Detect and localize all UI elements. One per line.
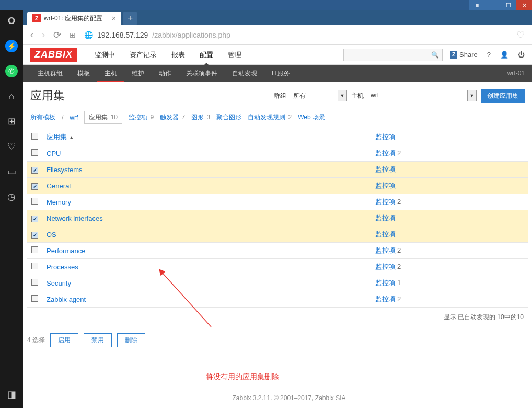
row-checkbox[interactable] [31, 279, 38, 286]
col-items[interactable]: 监控项 [375, 133, 396, 141]
disable-button[interactable]: 禁用 [84, 333, 112, 347]
search-input[interactable]: 🔍 [343, 49, 443, 61]
menu-inventory[interactable]: 资产记录 [122, 45, 164, 65]
row-checkbox[interactable] [31, 198, 38, 205]
subnav-maintenance[interactable]: 维护 [124, 65, 152, 82]
news-icon[interactable]: ▭ [5, 165, 18, 178]
table-row: ✓Filesystems监控项 [27, 162, 528, 178]
reload-button[interactable]: ⟳ [53, 29, 61, 41]
messenger-icon[interactable]: ⚡ [5, 40, 18, 52]
items-link[interactable]: 监控项 [375, 263, 396, 270]
application-link[interactable]: OS [47, 231, 56, 239]
footer-link[interactable]: Zabbix SIA [315, 394, 346, 402]
table-row: ✓Network interfaces监控项 [27, 210, 528, 226]
tab-applications[interactable]: 应用集 10 [84, 111, 122, 124]
items-link[interactable]: 监控项 [375, 214, 396, 222]
application-link[interactable]: General [47, 182, 71, 190]
subnav-actions[interactable]: 动作 [152, 65, 179, 82]
tab-web-scenarios[interactable]: Web 场景 [298, 113, 325, 122]
zabbix-main-menu: 监测中 资产记录 报表 配置 管理 [87, 45, 249, 65]
new-tab-button[interactable]: + [123, 12, 137, 25]
grid-icon[interactable]: ⊞ [5, 115, 18, 128]
subnav-itservices[interactable]: IT服务 [264, 65, 297, 82]
menu-configuration[interactable]: 配置 [192, 45, 221, 65]
tab-favicon: Z [32, 14, 41, 22]
items-link[interactable]: 监控项 [375, 165, 396, 173]
items-link[interactable]: 监控项 [375, 230, 396, 238]
application-link[interactable]: Performance [47, 247, 85, 255]
row-checkbox[interactable]: ✓ [31, 216, 38, 222]
tab-items[interactable]: 监控项 9 [129, 113, 154, 122]
host-select[interactable]: wrf▼ [368, 90, 477, 101]
group-select[interactable]: 所有▼ [291, 90, 347, 101]
tab-graphs[interactable]: 图形 3 [191, 113, 210, 122]
application-link[interactable]: Memory [47, 198, 71, 206]
application-link[interactable]: Security [47, 279, 71, 287]
subnav-correlation[interactable]: 关联项事件 [179, 65, 225, 82]
items-link[interactable]: 监控项 [375, 182, 396, 189]
col-application[interactable]: 应用集 [47, 133, 67, 141]
application-link[interactable]: Filesystems [47, 166, 83, 174]
bookmark-heart-icon[interactable]: ♡ [516, 29, 525, 41]
camera-icon[interactable]: ⌂ [5, 90, 18, 103]
browser-address-bar: ‹ › ⟳ ⊞ 🌐 192.168.57.129/zabbix/applicat… [23, 25, 532, 45]
tab-screens[interactable]: 聚合图形 [216, 113, 241, 122]
sidebar-toggle-icon[interactable]: ◨ [5, 388, 18, 401]
heart-icon[interactable]: ♡ [5, 140, 18, 153]
create-application-button[interactable]: 创建应用集 [481, 89, 525, 103]
items-link[interactable]: 监控项 [375, 149, 396, 157]
window-close-button[interactable]: ✕ [516, 0, 532, 10]
application-link[interactable]: CPU [47, 150, 61, 157]
subnav-templates[interactable]: 模板 [70, 65, 97, 82]
items-link[interactable]: 监控项 [375, 246, 396, 254]
tab-discovery-rules[interactable]: 自动发现规则 2 [248, 113, 292, 122]
application-link[interactable]: Processes [47, 263, 78, 271]
application-link[interactable]: Network interfaces [47, 214, 103, 222]
subnav-hostgroups[interactable]: 主机群组 [30, 65, 70, 82]
page-footer: Zabbix 3.2.11. © 2001–2017, Zabbix SIA [46, 394, 532, 402]
browser-tab[interactable]: Z wrf-01: 应用集的配置 × [27, 12, 121, 25]
row-checkbox[interactable] [31, 295, 38, 302]
subnav-hosts[interactable]: 主机 [97, 65, 124, 82]
zabbix-logo[interactable]: ZABBIX [30, 48, 77, 62]
delete-button[interactable]: 删除 [117, 333, 145, 347]
row-checkbox[interactable]: ✓ [31, 232, 38, 239]
forward-button[interactable]: › [42, 29, 45, 40]
row-checkbox[interactable]: ✓ [31, 183, 38, 190]
window-menu-button[interactable]: ≡ [469, 0, 485, 10]
speed-dial-icon[interactable]: ⊞ [70, 31, 76, 39]
table-row: Security监控项1 [27, 275, 528, 291]
power-icon[interactable]: ⏻ [518, 51, 525, 59]
enable-button[interactable]: 启用 [50, 333, 78, 347]
share-button[interactable]: ZShare [450, 51, 478, 59]
menu-reports[interactable]: 报表 [164, 45, 192, 65]
application-link[interactable]: Zabbix agent [47, 296, 86, 303]
opera-logo-icon[interactable]: O [5, 15, 18, 27]
tab-triggers[interactable]: 触发器 7 [160, 113, 185, 122]
help-icon[interactable]: ? [487, 51, 491, 59]
row-checkbox[interactable] [31, 246, 38, 253]
window-controls: ≡ — ☐ ✕ [469, 0, 532, 10]
whatsapp-icon[interactable]: ✆ [5, 65, 18, 77]
row-checkbox[interactable] [31, 263, 38, 269]
url-path: /zabbix/applications.php [152, 31, 230, 39]
row-checkbox[interactable]: ✓ [31, 167, 38, 174]
zabbix-top-nav: ZABBIX 监测中 资产记录 报表 配置 管理 🔍 ZShare ? 👤 ⏻ [23, 45, 532, 65]
crumb-host[interactable]: wrf [70, 114, 78, 121]
tab-close-icon[interactable]: × [112, 14, 116, 22]
window-maximize-button[interactable]: ☐ [501, 0, 516, 10]
clock-icon[interactable]: ◷ [5, 190, 18, 203]
select-all-checkbox[interactable] [31, 133, 38, 140]
menu-monitoring[interactable]: 监测中 [87, 45, 122, 65]
url-field[interactable]: 🌐 192.168.57.129/zabbix/applications.php [84, 31, 508, 39]
row-checkbox[interactable] [31, 149, 38, 156]
items-link[interactable]: 监控项 [375, 295, 396, 303]
back-button[interactable]: ‹ [30, 29, 33, 40]
user-icon[interactable]: 👤 [500, 51, 508, 59]
window-minimize-button[interactable]: — [485, 0, 501, 10]
crumb-all-templates[interactable]: 所有模板 [30, 113, 55, 122]
items-link[interactable]: 监控项 [375, 279, 396, 287]
subnav-discovery[interactable]: 自动发现 [225, 65, 264, 82]
items-link[interactable]: 监控项 [375, 198, 396, 206]
menu-administration[interactable]: 管理 [221, 45, 249, 65]
